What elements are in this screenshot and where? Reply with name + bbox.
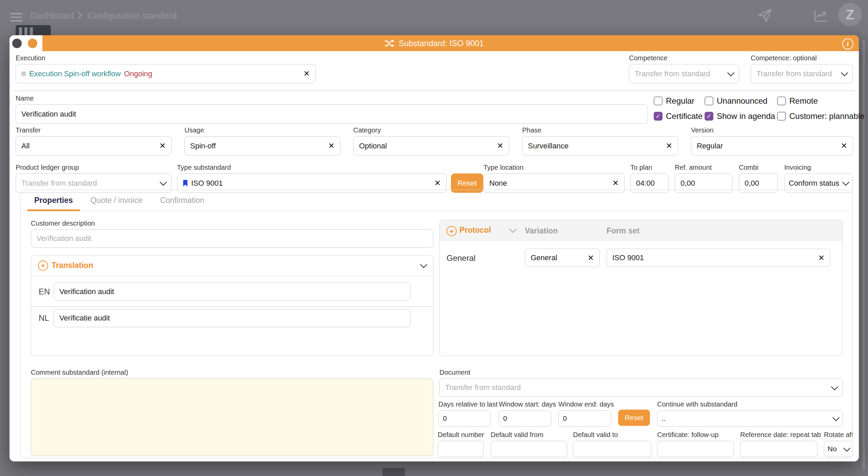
window-dot-orange[interactable] xyxy=(28,39,37,48)
window-start-input[interactable] xyxy=(503,414,547,422)
form-set-input[interactable]: ISO 9001 ✕ xyxy=(607,249,830,267)
checkbox-box[interactable] xyxy=(705,112,713,121)
category-input[interactable]: Optional✕ xyxy=(353,136,509,156)
version-value: Regular xyxy=(697,142,837,150)
ref-amount-input[interactable] xyxy=(680,179,727,188)
menu-icon[interactable] xyxy=(10,11,22,24)
clear-icon[interactable]: ✕ xyxy=(818,253,825,263)
certificate-follow-up-input[interactable] xyxy=(662,445,729,453)
customer-description-input[interactable] xyxy=(37,234,428,243)
execution-link[interactable]: Execution Spin-off workflow xyxy=(29,69,121,78)
send-icon[interactable] xyxy=(757,7,773,24)
window-end-label: Window end: days xyxy=(558,401,611,408)
invoicing-label: Invoicing xyxy=(784,164,853,171)
checkbox-show-in-agenda[interactable]: Show in agenda xyxy=(705,111,777,121)
info-icon[interactable]: i xyxy=(842,38,853,49)
chart-icon[interactable] xyxy=(813,8,829,24)
document-select[interactable]: Transfer from standard xyxy=(439,378,843,397)
checkbox-certificate[interactable]: Certificate xyxy=(654,111,705,121)
to-plan-input[interactable] xyxy=(636,179,663,188)
window-controls xyxy=(9,35,42,51)
clear-icon[interactable]: ✕ xyxy=(612,179,619,188)
version-field: Version Regular✕ xyxy=(691,127,853,156)
translation-nl-input[interactable] xyxy=(59,314,405,323)
checkbox-label: Unannounced xyxy=(717,96,767,106)
category-value: Optional xyxy=(359,142,494,150)
checkbox-remote[interactable]: Remote xyxy=(777,96,864,106)
checkbox-regular[interactable]: Regular xyxy=(654,96,705,106)
checkbox-box[interactable] xyxy=(777,97,786,105)
default-valid-from-input[interactable] xyxy=(495,445,563,453)
days-relative-label: Days relative to last xyxy=(438,401,491,408)
phase-label: Phase xyxy=(522,127,678,133)
clear-icon[interactable]: ✕ xyxy=(328,141,335,150)
checkbox-unannounced[interactable]: Unannounced xyxy=(705,96,777,106)
protocol-header: + Protocol Variation Form set xyxy=(440,220,843,241)
tab-quote-invoice[interactable]: Quote / invoice xyxy=(82,190,151,211)
continue-with-select[interactable]: .. xyxy=(657,410,843,427)
window-dot-dark[interactable] xyxy=(12,39,22,48)
checkbox-box[interactable] xyxy=(705,97,713,105)
chevron-down-icon xyxy=(832,414,840,421)
default-valid-to-input[interactable] xyxy=(577,445,647,453)
clear-icon[interactable]: ✕ xyxy=(666,141,672,150)
certificate-follow-up-label: Certificate: follow-up xyxy=(657,431,734,438)
checkbox-label: Regular xyxy=(666,96,694,106)
name-input[interactable] xyxy=(21,110,642,119)
checkbox-box[interactable] xyxy=(654,97,663,105)
clear-icon[interactable]: ✕ xyxy=(588,253,594,263)
window-end-input[interactable] xyxy=(563,414,607,422)
usage-field: Usage Spin-off✕ xyxy=(184,127,340,156)
rotate-after-select[interactable]: No xyxy=(824,441,853,457)
phase-input[interactable]: Surveillance✕ xyxy=(522,136,678,156)
avatar[interactable]: Z xyxy=(838,3,862,26)
competence-select[interactable]: Transfer from standard xyxy=(629,64,739,83)
breadcrumb-dashboard[interactable]: Dashboard xyxy=(31,11,74,21)
clear-icon[interactable]: ✕ xyxy=(434,179,441,188)
competence-optional-select[interactable]: Transfer from standard xyxy=(751,64,853,83)
checkbox-box[interactable] xyxy=(777,112,786,121)
plus-circle-icon[interactable]: + xyxy=(447,226,457,236)
default-number-field: Default number xyxy=(438,431,484,457)
clear-icon[interactable]: ✕ xyxy=(497,141,504,150)
checkbox-customer-plannable[interactable]: Customer: plannable xyxy=(777,111,864,121)
variation-input[interactable]: General ✕ xyxy=(525,249,600,267)
reset-days-button[interactable]: Reset xyxy=(618,410,650,426)
reference-date-label: Reference date: repeat tab xyxy=(740,431,817,438)
usage-input[interactable]: Spin-off✕ xyxy=(184,136,340,156)
type-substandard-label: Type substandard xyxy=(177,164,447,171)
competence-optional-field: Competence: optional Transfer from stand… xyxy=(751,55,853,83)
document-label: Document xyxy=(439,369,843,376)
days-relative-input[interactable] xyxy=(443,414,486,422)
clear-icon[interactable]: ✕ xyxy=(159,141,166,150)
to-plan-label: To plan xyxy=(630,164,669,171)
protocol-row-name: General xyxy=(447,253,475,263)
reference-date-input[interactable] xyxy=(745,445,813,453)
invoicing-field: Invoicing Conform status xyxy=(784,164,853,193)
usage-label: Usage xyxy=(184,127,340,133)
translation-en-input[interactable] xyxy=(59,287,405,296)
variation-value: General xyxy=(531,253,584,262)
chevron-down-icon xyxy=(727,69,734,76)
checkbox-box[interactable] xyxy=(654,112,663,121)
tab-confirmation[interactable]: Confirmation xyxy=(151,190,213,211)
clear-icon[interactable]: ✕ xyxy=(303,69,310,78)
version-input[interactable]: Regular✕ xyxy=(691,136,853,156)
translation-header[interactable]: + Translation xyxy=(31,255,433,276)
breadcrumb-current: Configuration standard xyxy=(87,11,177,21)
combi-input[interactable] xyxy=(745,179,772,188)
comment-textarea[interactable] xyxy=(31,378,433,456)
plus-circle-icon[interactable]: + xyxy=(38,261,48,271)
clear-icon[interactable]: ✕ xyxy=(841,141,847,150)
chevron-down-icon[interactable] xyxy=(509,226,516,233)
execution-input[interactable]: Execution Spin-off workflow Ongoing ✕ xyxy=(16,64,316,83)
usage-value: Spin-off xyxy=(190,142,325,150)
protocol-title: Protocol xyxy=(459,226,491,235)
chevron-down-icon[interactable] xyxy=(420,261,427,268)
bookmark-icon xyxy=(183,180,188,187)
tab-properties[interactable]: Properties xyxy=(25,190,82,211)
translation-title: Translation xyxy=(52,261,93,270)
rotate-after-value: No xyxy=(828,445,842,453)
default-number-input[interactable] xyxy=(442,445,479,453)
transfer-input[interactable]: All✕ xyxy=(16,136,172,156)
